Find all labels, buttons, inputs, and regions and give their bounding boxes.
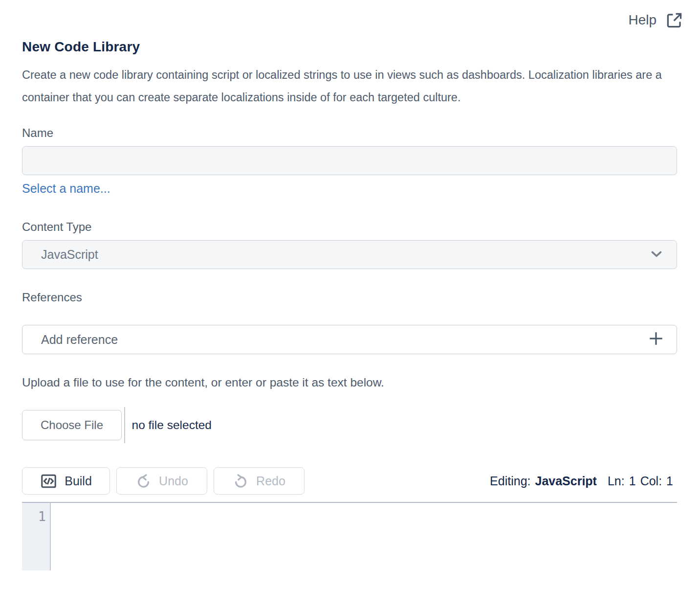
col-value: 1 <box>666 474 673 488</box>
plus-icon <box>647 330 665 349</box>
help-link[interactable]: Help <box>0 0 700 29</box>
file-input-divider <box>124 407 125 443</box>
undo-button[interactable]: Undo <box>116 467 207 495</box>
redo-arrow-icon <box>233 473 249 489</box>
line-value: 1 <box>629 474 636 488</box>
line-number: 1 <box>38 509 46 524</box>
content-type-selected-value: JavaScript <box>41 248 98 262</box>
build-button[interactable]: Build <box>22 467 110 495</box>
line-label: Ln: <box>608 474 625 488</box>
build-button-label: Build <box>65 474 92 488</box>
name-input[interactable] <box>22 146 677 175</box>
upload-instruction: Upload a file to use for the content, or… <box>22 376 677 389</box>
col-label: Col: <box>640 474 662 488</box>
content-type-label: Content Type <box>22 220 677 234</box>
choose-file-button[interactable]: Choose File <box>22 410 122 440</box>
add-reference-placeholder: Add reference <box>41 333 118 347</box>
references-label: References <box>22 291 677 304</box>
redo-button-label: Redo <box>256 474 285 488</box>
page-title: New Code Library <box>22 39 677 55</box>
help-label: Help <box>628 12 656 28</box>
code-editor: 1 <box>22 502 677 570</box>
code-brackets-icon <box>40 473 57 490</box>
redo-button[interactable]: Redo <box>214 467 305 495</box>
undo-button-label: Undo <box>159 474 188 488</box>
editor-text-area[interactable] <box>51 503 677 570</box>
chevron-down-icon <box>648 246 665 264</box>
no-file-selected-text: no file selected <box>132 418 212 432</box>
editor-gutter: 1 <box>22 503 51 570</box>
add-reference-field[interactable]: Add reference <box>22 325 677 354</box>
editing-language: JavaScript <box>535 474 596 488</box>
page-description: Create a new code library containing scr… <box>22 64 672 109</box>
name-label: Name <box>22 126 677 140</box>
external-link-icon <box>665 11 683 29</box>
editing-status: Editing: JavaScript Ln: 1 Col: 1 <box>490 474 673 488</box>
content-type-select[interactable]: JavaScript <box>22 240 677 269</box>
undo-arrow-icon <box>135 473 152 489</box>
editing-label: Editing: <box>490 474 530 488</box>
select-a-name-link[interactable]: Select a name... <box>22 182 110 196</box>
